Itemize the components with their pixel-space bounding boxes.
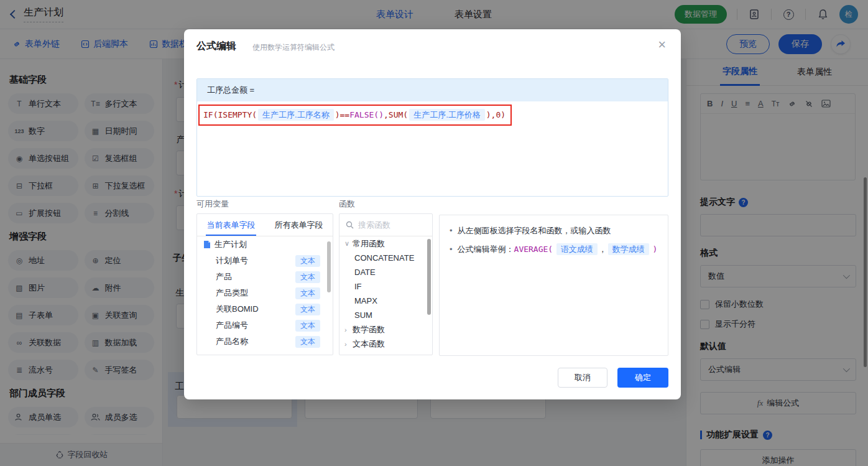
example-function-token: AVERAGE( <box>514 245 553 254</box>
formula-operator-token: )== <box>335 110 349 119</box>
tab-current-form-fields[interactable]: 当前表单字段 <box>197 214 265 236</box>
formula-literal-token: ),0) <box>486 110 506 119</box>
chevron-collapsed-icon: › <box>344 340 353 348</box>
formula-target-label: 工序总金额 = <box>197 79 668 101</box>
tip-example: 公式编辑举例：AVERAGE( 语文成绩，数学成绩 ) <box>458 244 658 255</box>
formula-function-token: IF(ISEMPTY( <box>203 110 257 119</box>
field-type-badge: 文本 <box>295 336 320 348</box>
formula-editor-area[interactable]: 工序总金额 = IF(ISEMPTY(生产工序.工序名称)==FALSE(),S… <box>196 78 668 197</box>
function-item-concatenate[interactable]: CONCATENATE <box>339 251 432 265</box>
function-item-if[interactable]: IF <box>339 279 432 294</box>
variable-field-row[interactable]: 计划单号文本 <box>197 253 333 269</box>
tab-all-form-fields[interactable]: 所有表单字段 <box>265 214 333 236</box>
variable-field-row[interactable]: 产品文本 <box>197 269 333 285</box>
function-search-input[interactable] <box>358 220 420 230</box>
variable-field-row[interactable]: 产品编号文本 <box>197 317 333 333</box>
chevron-collapsed-icon: › <box>344 326 353 333</box>
variables-scrollbar[interactable] <box>327 241 331 292</box>
variables-root-node[interactable]: 生产计划 <box>197 236 333 253</box>
function-group-text[interactable]: ›文本函数 <box>339 337 432 351</box>
field-type-badge: 文本 <box>295 271 320 283</box>
cancel-button[interactable]: 取消 <box>558 368 607 388</box>
field-chip[interactable]: 生产工序.工序名称 <box>258 109 334 121</box>
variable-field-row[interactable]: 产品类型文本 <box>197 285 333 301</box>
field-chip[interactable]: 生产工序.工序价格 <box>409 109 485 121</box>
bullet: • <box>450 244 453 255</box>
field-type-badge: 文本 <box>295 287 320 299</box>
formula-help-panel: • 从左侧面板选择字段名和函数，或输入函数 • 公式编辑举例：AVERAGE( … <box>439 215 668 356</box>
formula-function-token: ,SUM( <box>384 110 408 119</box>
modal-subtitle: 使用数学运算符编辑公式 <box>252 42 335 53</box>
variables-panel: 当前表单字段 所有表单字段 生产计划 计划单号文本 产品文本 产品类型文本 关联… <box>196 213 333 355</box>
function-item-mapx[interactable]: MAPX <box>339 294 432 308</box>
field-type-badge: 文本 <box>295 255 320 267</box>
close-icon[interactable]: × <box>658 37 666 53</box>
functions-panel: ∨常用函数 CONCATENATE DATE IF MAPX SUM ›数学函数… <box>339 213 433 355</box>
example-field-chip: 数学成绩 <box>608 243 649 255</box>
formula-constant-token: FALSE() <box>349 110 384 119</box>
function-item-sum[interactable]: SUM <box>339 308 432 322</box>
function-group-common[interactable]: ∨常用函数 <box>339 236 432 251</box>
formula-editor-modal: 公式编辑 使用数学运算符编辑公式 × 工序总金额 = IF(ISEMPTY(生产… <box>184 29 681 399</box>
search-icon <box>346 221 354 229</box>
variable-field-row[interactable]: 产品名称文本 <box>197 333 333 350</box>
function-item-date[interactable]: DATE <box>339 265 432 279</box>
field-type-badge: 文本 <box>295 320 320 332</box>
functions-label: 函数 <box>339 198 355 210</box>
variables-label: 可用变量 <box>196 198 229 210</box>
example-field-chip: 语文成绩 <box>556 243 598 255</box>
bullet: • <box>450 225 453 236</box>
chevron-expanded-icon: ∨ <box>344 240 353 248</box>
annotation-red-box: IF(ISEMPTY(生产工序.工序名称)==FALSE(),SUM(生产工序.… <box>198 105 512 126</box>
modal-title: 公式编辑 <box>196 40 236 53</box>
formula-expression[interactable]: IF(ISEMPTY(生产工序.工序名称)==FALSE(),SUM(生产工序.… <box>203 110 506 121</box>
variable-field-row[interactable]: 关联BOMID文本 <box>197 301 333 317</box>
field-type-badge: 文本 <box>295 304 320 315</box>
function-group-math[interactable]: ›数学函数 <box>339 322 432 337</box>
function-search[interactable] <box>339 214 432 236</box>
tip-text: 从左侧面板选择字段名和函数，或输入函数 <box>458 225 611 236</box>
confirm-button[interactable]: 确定 <box>617 368 668 388</box>
functions-scrollbar[interactable] <box>427 239 431 315</box>
form-doc-icon <box>203 240 211 249</box>
